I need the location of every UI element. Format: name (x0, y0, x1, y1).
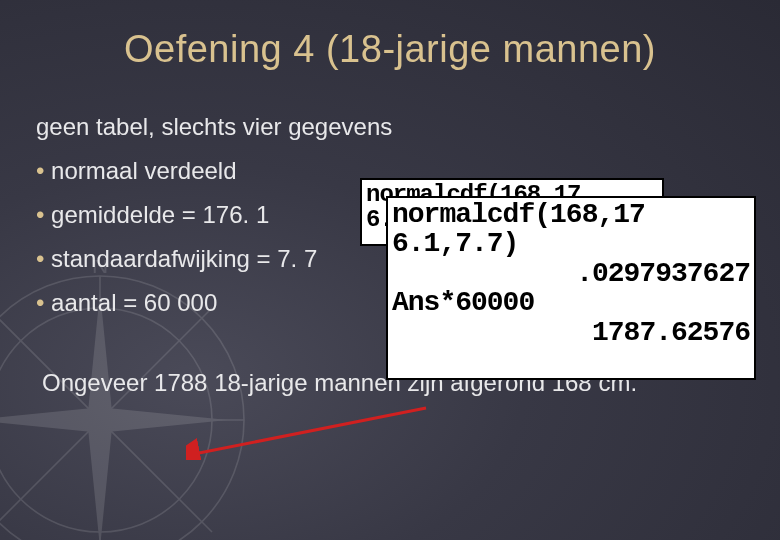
svg-point-1 (0, 308, 212, 532)
svg-line-5 (0, 308, 212, 532)
svg-line-4 (0, 308, 212, 532)
calc-line: 6.1,7.7) (392, 229, 750, 258)
calc-result: 1787.62576 (392, 318, 750, 347)
calc-line: Ans*60000 (392, 288, 750, 317)
slide-subtitle: geen tabel, slechts vier gegevens (36, 113, 780, 141)
svg-marker-6 (87, 292, 113, 540)
svg-line-10 (194, 408, 426, 454)
calculator-screenshots: normalcdf(168,17 6. normalcdf(168,17 6.1… (360, 178, 756, 400)
calc-result: .0297937627 (392, 259, 750, 288)
calculator-screenshot-front: normalcdf(168,17 6.1,7.7) .0297937627 An… (386, 196, 756, 380)
slide-title: Oefening 4 (18-jarige mannen) (0, 0, 780, 71)
callout-arrow-icon (186, 404, 430, 460)
calc-line: normalcdf(168,17 (392, 200, 750, 229)
svg-marker-7 (0, 407, 228, 433)
